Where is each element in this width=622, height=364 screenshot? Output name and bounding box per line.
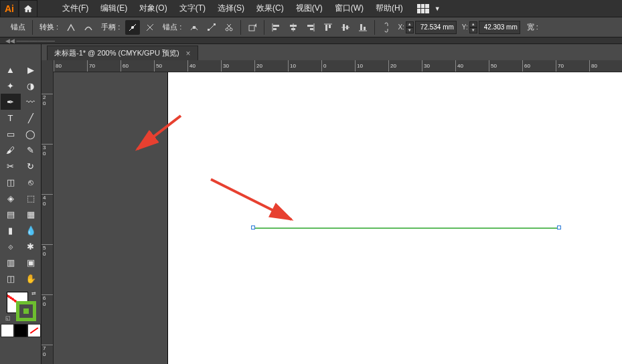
x-stepper[interactable]: ▲▼ — [406, 21, 414, 33]
fill-stroke-swatch[interactable]: ⇄ ◱ — [5, 290, 36, 321]
menu-items: 文件(F) 编辑(E) 对象(O) 文字(T) 选择(S) 效果(C) 视图(V… — [56, 0, 409, 17]
x-input[interactable] — [415, 21, 457, 34]
draw-normal-icon[interactable] — [1, 324, 14, 337]
width-tool[interactable]: ⎋ — [21, 174, 41, 190]
document-tab[interactable]: 未标题-1* @ 200% (CMYK/GPU 预览) × — [47, 46, 198, 60]
anchor-handle-left[interactable] — [251, 225, 255, 230]
home-button[interactable] — [19, 0, 37, 17]
magic-wand-tool[interactable]: ✦ — [1, 78, 21, 94]
menu-window[interactable]: 窗口(W) — [329, 0, 370, 17]
gradient-tool[interactable]: ▮ — [1, 222, 21, 238]
column-graph-tool[interactable]: ▥ — [1, 254, 21, 270]
menu-type[interactable]: 文字(T) — [173, 0, 212, 17]
svg-rect-17 — [307, 25, 313, 27]
menu-file[interactable]: 文件(F) — [56, 0, 94, 17]
anchor-handle-right[interactable] — [557, 225, 561, 230]
align-bottom-icon[interactable] — [356, 20, 370, 35]
artboard-tool[interactable]: ▣ — [21, 254, 41, 270]
anchors-label: 锚点 : — [160, 22, 184, 32]
svg-rect-5 — [208, 29, 210, 31]
swap-fill-stroke-icon[interactable]: ⇄ — [31, 290, 36, 296]
h-ruler-tick: 50 — [154, 60, 162, 72]
collapse-strip[interactable]: ◀◀ ───────── — [0, 37, 622, 44]
h-ruler-tick: 60 — [522, 60, 530, 72]
v-ruler-tick: 40 — [42, 194, 53, 207]
show-handles-icon[interactable] — [125, 20, 140, 35]
svg-rect-23 — [343, 24, 345, 31]
remove-anchor-icon[interactable] — [187, 20, 202, 35]
x-label: X: — [398, 23, 404, 31]
y-input[interactable] — [479, 21, 520, 34]
paintbrush-tool[interactable]: 🖌 — [1, 142, 21, 158]
shape-builder-tool[interactable]: ⬚ — [21, 190, 41, 206]
scissors-tool[interactable]: ✂ — [1, 158, 21, 174]
h-ruler-tick: 60 — [121, 60, 129, 72]
h-ruler-tick: 20 — [388, 60, 396, 72]
workspace-grid-icon[interactable] — [417, 4, 429, 13]
isolate-icon[interactable] — [245, 20, 260, 35]
menu-effect[interactable]: 效果(C) — [250, 0, 290, 17]
v-ruler-tick: 30 — [42, 144, 53, 157]
menu-edit[interactable]: 编辑(E) — [94, 0, 133, 17]
svg-rect-12 — [273, 28, 277, 30]
draw-behind-icon[interactable] — [14, 324, 27, 337]
mesh-tool[interactable]: ▦ — [21, 206, 41, 222]
h-ruler-tick: 10 — [288, 60, 296, 72]
menu-select[interactable]: 选择(S) — [212, 0, 250, 17]
connect-anchor-icon[interactable] — [204, 20, 219, 35]
pencil-tool[interactable]: ✎ — [21, 142, 41, 158]
stroke-swatch[interactable] — [16, 301, 36, 321]
workspace-dropdown-icon[interactable]: ▼ — [435, 5, 441, 12]
document-tab-title: 未标题-1* @ 200% (CMYK/GPU 预览) — [54, 48, 179, 58]
symbol-sprayer-tool[interactable]: ✱ — [21, 238, 41, 254]
menu-view[interactable]: 视图(V) — [290, 0, 329, 17]
blend-tool[interactable]: ⟐ — [1, 238, 21, 254]
line-tool[interactable]: ╱ — [21, 110, 41, 126]
y-stepper[interactable]: ▲▼ — [469, 21, 477, 33]
align-left-icon[interactable] — [268, 20, 283, 35]
convert-label: 转换 : — [37, 22, 61, 32]
align-top-icon[interactable] — [321, 20, 335, 35]
scale-tool[interactable]: ◫ — [1, 174, 21, 190]
lasso-tool[interactable]: ◑ — [21, 78, 41, 94]
menu-object[interactable]: 对象(O) — [133, 0, 173, 17]
convert-corner-icon[interactable] — [64, 20, 78, 35]
free-transform-tool[interactable]: ◈ — [1, 190, 21, 206]
h-ruler-tick: 40 — [187, 60, 196, 72]
path-object[interactable] — [253, 227, 558, 229]
rectangle-tool[interactable]: ▭ — [1, 126, 21, 142]
svg-rect-21 — [329, 25, 331, 28]
convert-smooth-icon[interactable] — [81, 20, 96, 35]
h-ruler-tick: 80 — [589, 60, 597, 72]
align-vcenter-icon[interactable] — [338, 20, 353, 35]
pen-tool[interactable]: ✒ — [1, 94, 21, 110]
rotate-tool[interactable]: ↻ — [21, 158, 41, 174]
perspective-tool[interactable]: ▤ — [1, 206, 21, 222]
canvas-area[interactable] — [54, 72, 622, 364]
default-fill-stroke-icon[interactable]: ◱ — [5, 315, 11, 321]
type-tool[interactable]: T — [1, 110, 21, 126]
curvature-tool[interactable]: 〰 — [21, 94, 41, 110]
menu-help[interactable]: 帮助(H) — [370, 0, 409, 17]
slice-tool[interactable]: ◫ — [1, 270, 21, 286]
svg-rect-14 — [290, 25, 297, 27]
hand-tool[interactable]: ✋ — [21, 270, 41, 286]
close-tab-icon[interactable]: × — [186, 49, 191, 58]
v-ruler-tick: 60 — [42, 294, 53, 307]
svg-rect-27 — [364, 27, 366, 30]
cut-path-icon[interactable] — [222, 20, 236, 35]
draw-inside-icon[interactable] — [27, 324, 41, 337]
hide-handles-icon[interactable] — [143, 20, 157, 35]
svg-point-8 — [230, 28, 232, 31]
align-right-icon[interactable] — [303, 20, 318, 35]
h-ruler-tick: 80 — [54, 60, 62, 72]
ellipse-tool[interactable]: ◯ — [21, 126, 41, 142]
link-xy-icon[interactable] — [379, 20, 394, 35]
control-bar: 锚点 转换 : 手柄 : 锚点 : X: ▲▼ Y: ▲▼ 宽 — [0, 17, 622, 37]
direct-selection-tool[interactable]: ▶ — [21, 62, 41, 78]
align-hcenter-icon[interactable] — [286, 20, 301, 35]
eyedropper-tool[interactable]: 💧 — [21, 222, 41, 238]
svg-rect-26 — [360, 24, 362, 30]
y-label: Y: — [462, 23, 468, 31]
selection-tool[interactable]: ▲ — [1, 62, 21, 78]
